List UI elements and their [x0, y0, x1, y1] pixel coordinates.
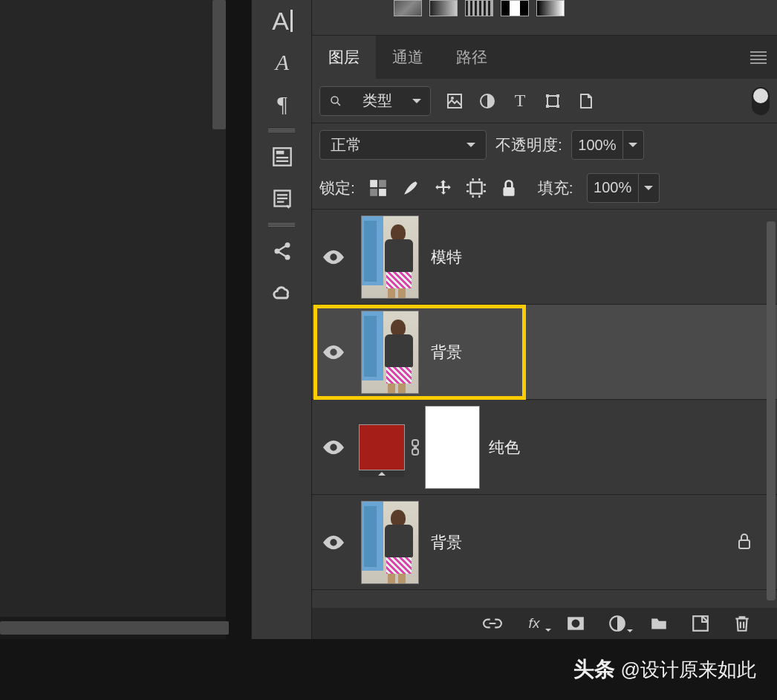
layer-row[interactable]: 背景: [312, 495, 777, 590]
layer-fx-icon[interactable]: fx: [524, 614, 544, 633]
lock-paint-icon[interactable]: [401, 178, 420, 198]
svg-rect-1: [276, 151, 285, 155]
visibility-toggle[interactable]: [312, 250, 355, 265]
canvas-vertical-scrollbar[interactable]: [212, 0, 226, 129]
gradient-presets-row: [312, 0, 777, 36]
layer-row[interactable]: 背景: [312, 305, 777, 400]
layer-lock-icon[interactable]: [737, 532, 752, 553]
layer-row[interactable]: 纯色: [312, 400, 777, 495]
svg-rect-18: [546, 105, 549, 108]
lock-artboard-icon[interactable]: [466, 178, 486, 198]
svg-point-31: [572, 620, 580, 628]
delete-layer-icon[interactable]: [732, 614, 752, 633]
share-panel-icon[interactable]: [252, 230, 313, 272]
chevron-down-icon: [623, 130, 644, 160]
layer-name[interactable]: 模特: [431, 247, 462, 268]
filter-smart-icon[interactable]: [576, 92, 594, 110]
lock-row: 锁定: 填充: 100%: [312, 166, 777, 210]
filter-adjust-icon[interactable]: [478, 92, 496, 110]
panel-icon-2[interactable]: [252, 178, 313, 219]
type-panel-a-icon[interactable]: A: [252, 0, 313, 42]
new-layer-icon[interactable]: [691, 614, 710, 633]
search-icon: [329, 94, 342, 108]
lock-transparent-icon[interactable]: [368, 178, 388, 198]
gradient-swatch-3[interactable]: [465, 0, 493, 16]
filter-kind-label: 类型: [363, 91, 392, 111]
dock-grip-icon[interactable]: [268, 129, 295, 132]
gradient-swatch-5[interactable]: [536, 0, 565, 16]
blend-mode-select[interactable]: 正常: [319, 130, 487, 160]
layer-filter-row: 类型 T: [312, 79, 777, 123]
svg-rect-22: [370, 189, 377, 196]
visibility-toggle[interactable]: [312, 535, 355, 550]
watermark-brand: 头条: [573, 655, 615, 684]
layer-thumbnail[interactable]: [361, 501, 419, 584]
panel-icon-1[interactable]: [252, 136, 313, 178]
link-layers-icon[interactable]: [483, 614, 502, 633]
opacity-input[interactable]: 100%: [571, 130, 644, 160]
fill-label: 填充:: [538, 178, 573, 198]
watermark-author: @设计原来如此: [621, 657, 756, 683]
svg-rect-27: [412, 449, 418, 455]
filter-shape-icon[interactable]: [544, 92, 562, 110]
gradient-swatch-1[interactable]: [394, 0, 422, 16]
filter-toggle[interactable]: [752, 87, 770, 115]
layer-list: 模特 背景 纯色 背景: [312, 210, 777, 594]
layer-row[interactable]: 模特: [312, 210, 777, 305]
svg-rect-21: [379, 180, 386, 187]
layer-list-scrollbar[interactable]: [767, 221, 776, 600]
svg-rect-26: [412, 440, 418, 446]
fill-value: 100%: [587, 173, 639, 203]
blend-mode-value: 正常: [331, 135, 362, 155]
svg-rect-25: [503, 187, 514, 195]
layer-mask-thumbnail[interactable]: [425, 406, 480, 489]
tab-paths[interactable]: 路径: [440, 36, 504, 79]
layer-name[interactable]: 背景: [431, 532, 462, 553]
new-adjustment-icon[interactable]: [608, 614, 627, 633]
lock-all-icon[interactable]: [499, 178, 518, 198]
dock-grip-icon-2[interactable]: [268, 223, 295, 227]
filter-kind-select[interactable]: 类型: [319, 86, 431, 116]
layer-name[interactable]: 背景: [431, 342, 462, 363]
lock-move-icon[interactable]: [434, 178, 453, 198]
layers-panel: 图层 通道 路径 类型 T 正常 不透明度: 100% 锁定:: [312, 0, 777, 639]
filter-type-icon[interactable]: T: [511, 92, 529, 110]
svg-rect-15: [547, 96, 558, 106]
chevron-down-icon: [466, 143, 475, 152]
visibility-toggle[interactable]: [312, 345, 355, 360]
watermark: 头条 @设计原来如此: [0, 639, 777, 700]
tab-channels[interactable]: 通道: [376, 36, 440, 79]
cloud-panel-icon[interactable]: [252, 272, 313, 314]
tab-layers[interactable]: 图层: [312, 36, 376, 79]
panel-menu-icon[interactable]: [750, 49, 767, 61]
paragraph-panel-icon[interactable]: ¶: [252, 83, 313, 125]
filter-pixel-icon[interactable]: [446, 92, 464, 110]
layer-name[interactable]: 纯色: [489, 437, 520, 458]
svg-rect-29: [739, 540, 750, 548]
solid-color-thumbnail[interactable]: [359, 424, 405, 470]
layers-panel-footer: fx: [312, 608, 777, 639]
gradient-swatch-2[interactable]: [429, 0, 458, 16]
fill-input[interactable]: 100%: [587, 173, 660, 203]
svg-rect-17: [556, 94, 559, 97]
gradient-swatch-4[interactable]: [501, 0, 529, 16]
layer-thumbnail[interactable]: [361, 215, 419, 299]
svg-rect-3: [276, 161, 288, 162]
glyphs-panel-icon[interactable]: A: [252, 42, 313, 83]
opacity-value: 100%: [571, 130, 623, 160]
chevron-down-icon: [639, 173, 660, 203]
mask-link-icon[interactable]: [409, 438, 422, 456]
layer-thumbnail[interactable]: [361, 311, 419, 394]
add-mask-icon[interactable]: [566, 614, 585, 633]
visibility-toggle[interactable]: [312, 440, 355, 455]
chevron-down-icon: [412, 99, 421, 108]
collapsed-panel-dock: A A ¶: [251, 0, 312, 639]
svg-rect-24: [470, 182, 481, 193]
canvas-horizontal-scrollbar[interactable]: [0, 621, 229, 635]
svg-rect-6: [277, 198, 287, 199]
lock-label: 锁定:: [319, 178, 355, 198]
svg-point-13: [451, 97, 454, 100]
blend-mode-row: 正常 不透明度: 100%: [312, 123, 777, 166]
new-group-icon[interactable]: [649, 614, 669, 633]
canvas-area: [0, 0, 226, 639]
